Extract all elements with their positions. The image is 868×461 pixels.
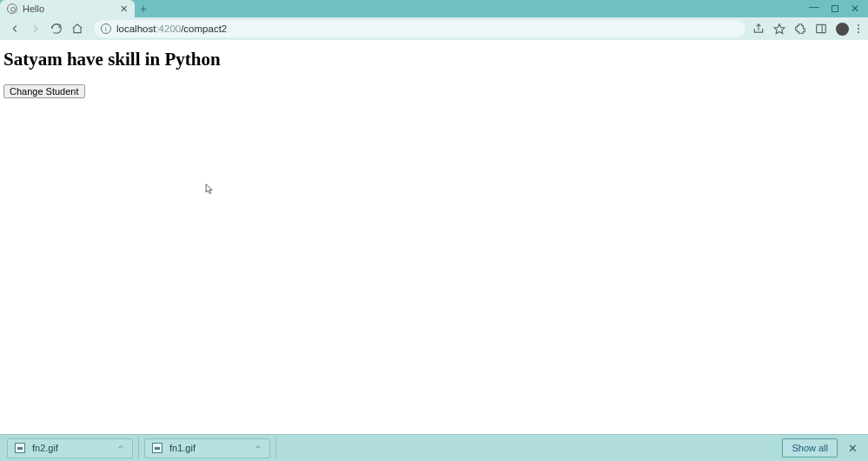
url-text: localhost:4200/compact2 xyxy=(116,23,227,34)
globe-icon xyxy=(7,3,17,14)
separator xyxy=(138,438,139,458)
window-maximize-icon[interactable] xyxy=(832,5,838,12)
arrow-right-icon xyxy=(30,23,42,35)
share-icon[interactable] xyxy=(752,23,765,35)
url-port: :4200 xyxy=(156,23,181,34)
download-item[interactable]: fn1.gif xyxy=(144,438,270,458)
side-panel-icon[interactable] xyxy=(815,23,827,35)
download-item[interactable]: fn2.gif xyxy=(7,438,133,458)
close-downloads-shelf-icon[interactable]: ✕ xyxy=(845,442,861,455)
mouse-cursor-icon xyxy=(205,184,214,196)
new-tab-button[interactable]: + xyxy=(135,0,152,17)
downloads-shelf: fn2.gif fn1.gif Show all ✕ xyxy=(0,434,868,461)
site-info-icon[interactable]: i xyxy=(101,23,111,34)
browser-tab-strip: Hello ✕ + — ✕ xyxy=(0,0,868,17)
reload-icon xyxy=(50,23,63,35)
browser-toolbar: i localhost:4200/compact2 xyxy=(0,17,868,40)
download-filename: fn1.gif xyxy=(169,443,247,453)
profile-avatar[interactable] xyxy=(836,23,849,36)
change-student-button[interactable]: Change Student xyxy=(3,84,85,98)
file-icon xyxy=(152,443,162,453)
svg-marker-0 xyxy=(774,24,785,34)
toolbar-right-icons xyxy=(752,23,863,36)
separator xyxy=(275,438,276,458)
page-viewport: Satyam have skill in Python Change Stude… xyxy=(0,40,868,461)
back-button[interactable] xyxy=(5,19,24,38)
address-bar[interactable]: i localhost:4200/compact2 xyxy=(94,20,745,37)
svg-rect-1 xyxy=(817,24,826,32)
page-heading: Satyam have skill in Python xyxy=(3,49,865,70)
file-icon xyxy=(15,443,25,453)
chevron-up-icon[interactable] xyxy=(254,443,262,453)
tab-strip-spacer xyxy=(152,0,809,17)
url-host: localhost xyxy=(116,23,156,34)
show-all-downloads-button[interactable]: Show all xyxy=(782,438,838,458)
url-path: /compact2 xyxy=(181,23,227,34)
reload-button[interactable] xyxy=(47,19,66,38)
bookmark-star-icon[interactable] xyxy=(773,23,785,35)
browser-menu-icon[interactable] xyxy=(858,24,859,33)
browser-tab-active[interactable]: Hello ✕ xyxy=(0,0,135,17)
window-close-icon[interactable]: ✕ xyxy=(851,3,859,14)
download-filename: fn2.gif xyxy=(32,443,109,453)
close-tab-icon[interactable]: ✕ xyxy=(120,3,128,15)
window-controls: — ✕ xyxy=(809,0,868,17)
tab-title: Hello xyxy=(23,3,115,14)
arrow-left-icon xyxy=(9,23,21,35)
home-icon xyxy=(71,23,83,35)
chevron-up-icon[interactable] xyxy=(116,443,125,453)
extensions-icon[interactable] xyxy=(794,23,806,35)
window-minimize-icon[interactable]: — xyxy=(809,2,819,12)
forward-button xyxy=(26,19,45,38)
home-button[interactable] xyxy=(68,19,87,38)
